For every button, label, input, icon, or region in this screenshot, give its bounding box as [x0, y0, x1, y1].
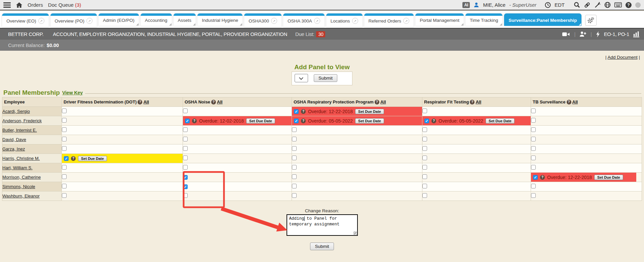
- tab-portal-management[interactable]: Portal Management: [415, 13, 464, 26]
- checkbox-unchecked[interactable]: [62, 108, 67, 113]
- employee-link[interactable]: Acardi, Sergio: [2, 109, 30, 114]
- tab-assets[interactable]: Assets: [174, 13, 196, 26]
- checkbox-unchecked[interactable]: [531, 184, 536, 188]
- checkbox-unchecked[interactable]: [531, 156, 536, 160]
- help-icon[interactable]: ?: [301, 109, 306, 114]
- menu-icon[interactable]: [3, 2, 11, 8]
- video-camera-icon[interactable]: [562, 32, 570, 37]
- set-due-date-button[interactable]: Set Due Date: [246, 118, 275, 124]
- keyboard-icon[interactable]: [614, 2, 622, 7]
- employee-link[interactable]: Washburn, Eleanor: [2, 193, 40, 199]
- home-icon[interactable]: [16, 2, 23, 8]
- tab-overview-eo[interactable]: Overview (EO)↗: [2, 13, 49, 27]
- checkbox-unchecked[interactable]: [422, 137, 427, 141]
- resize-grip-icon[interactable]: [353, 231, 357, 235]
- checkbox-checked[interactable]: ✓: [294, 109, 299, 114]
- checkbox-unchecked[interactable]: [292, 184, 297, 188]
- help-icon[interactable]: ?: [301, 119, 306, 123]
- view-key-link[interactable]: View Key: [62, 90, 83, 95]
- add-panel-submit-button[interactable]: Submit: [314, 74, 337, 82]
- help-icon[interactable]: ?: [431, 119, 436, 123]
- select-all-link[interactable]: All: [143, 99, 149, 104]
- globe-icon[interactable]: [604, 2, 611, 8]
- tab-osha300[interactable]: OSHA300↗: [244, 13, 281, 27]
- bar-chart-icon[interactable]: [633, 31, 639, 37]
- add-document-link[interactable]: Add Document: [607, 55, 637, 60]
- checkbox-unchecked[interactable]: [422, 146, 427, 151]
- help-icon[interactable]: ?: [567, 100, 571, 104]
- checkbox-unchecked[interactable]: [531, 137, 536, 141]
- tab-industrial-hygiene[interactable]: Industrial Hygiene: [197, 13, 242, 26]
- select-all-link[interactable]: All: [380, 99, 386, 104]
- employee-link[interactable]: Hart, William S.: [2, 165, 33, 170]
- employee-link[interactable]: Anderson, Frederick: [2, 118, 42, 123]
- checkbox-unchecked[interactable]: [183, 127, 188, 132]
- set-due-date-button[interactable]: Set Due Date: [594, 175, 623, 180]
- set-due-date-button[interactable]: Set Due Date: [486, 118, 515, 124]
- checkbox-unchecked[interactable]: [531, 127, 536, 132]
- checkbox-unchecked[interactable]: [531, 118, 536, 123]
- checkbox-unchecked[interactable]: [531, 193, 536, 198]
- checkbox-unchecked[interactable]: [422, 174, 427, 179]
- tab-admin-eo-po[interactable]: Admin (EO/PO): [99, 13, 139, 26]
- select-all-link[interactable]: All: [217, 99, 223, 104]
- checkbox-unchecked[interactable]: [422, 165, 427, 170]
- checkbox-unchecked[interactable]: [62, 193, 67, 198]
- tab-overview-po[interactable]: Overview (PO)↗: [50, 13, 97, 27]
- checkbox-checked[interactable]: ✓: [424, 119, 429, 123]
- due-list-count-badge[interactable]: 30: [316, 31, 325, 37]
- checkbox-checked[interactable]: ✓: [183, 175, 188, 180]
- employee-link[interactable]: Butler, Internist E.: [2, 128, 37, 133]
- tab-referred-orders[interactable]: Referred Orders↗: [364, 13, 414, 27]
- tab-locations[interactable]: Locations↗: [326, 13, 363, 27]
- help-icon[interactable]: ?: [626, 2, 632, 8]
- nav-orders[interactable]: Orders: [28, 2, 43, 8]
- checkbox-unchecked[interactable]: [422, 127, 427, 132]
- select-all-link[interactable]: All: [476, 99, 481, 104]
- add-person-icon[interactable]: [579, 31, 586, 37]
- checkbox-unchecked[interactable]: [183, 137, 188, 141]
- ai-badge[interactable]: AI: [462, 2, 470, 8]
- nav-doc-queue[interactable]: Doc Queue (3): [48, 2, 81, 8]
- checkbox-unchecked[interactable]: [292, 146, 297, 151]
- checkbox-checked[interactable]: ✓: [183, 184, 188, 189]
- wand-icon[interactable]: [594, 2, 601, 8]
- select-all-link[interactable]: All: [572, 99, 578, 104]
- checkbox-unchecked[interactable]: [183, 165, 188, 170]
- set-due-date-button[interactable]: Set Due Date: [78, 156, 107, 161]
- checkbox-unchecked[interactable]: [422, 156, 427, 160]
- checkbox-unchecked[interactable]: [422, 193, 427, 198]
- submit-button[interactable]: Submit: [310, 243, 334, 250]
- checkbox-unchecked[interactable]: [292, 156, 297, 160]
- checkbox-checked[interactable]: ✓: [64, 156, 69, 161]
- search-icon[interactable]: [574, 2, 580, 8]
- checkbox-unchecked[interactable]: [183, 146, 188, 151]
- change-reason-textarea[interactable]: Adding to Panel for temporary assignment: [287, 214, 358, 236]
- employee-link[interactable]: Simmons, Nicole: [2, 184, 35, 189]
- help-icon[interactable]: ?: [540, 175, 545, 180]
- checkbox-checked[interactable]: ✓: [185, 119, 190, 123]
- employee-link[interactable]: Garza, Inez: [2, 146, 25, 151]
- checkbox-unchecked[interactable]: [62, 137, 67, 141]
- link-icon[interactable]: [584, 2, 591, 8]
- checkbox-unchecked[interactable]: [292, 193, 297, 198]
- panel-select[interactable]: [295, 74, 308, 82]
- checkbox-unchecked[interactable]: [531, 165, 536, 170]
- tab-surveillance-panel-membership[interactable]: Surveillance:Panel Membership: [504, 13, 581, 26]
- help-icon[interactable]: ?: [192, 119, 197, 123]
- checkbox-unchecked[interactable]: [62, 127, 67, 132]
- help-icon[interactable]: ?: [138, 100, 142, 104]
- checkbox-unchecked[interactable]: [292, 165, 297, 170]
- employee-link[interactable]: Harris, Christine M.: [2, 156, 40, 161]
- checkbox-unchecked[interactable]: [292, 137, 297, 141]
- checkbox-unchecked[interactable]: [292, 127, 297, 132]
- tab-settings-button[interactable]: [585, 15, 597, 26]
- checkbox-unchecked[interactable]: [183, 156, 188, 160]
- checkbox-unchecked[interactable]: [183, 108, 188, 113]
- checkbox-checked[interactable]: ✓: [294, 119, 299, 123]
- clock-icon[interactable]: [545, 2, 551, 8]
- set-due-date-button[interactable]: Set Due Date: [355, 109, 384, 114]
- tab-osha-300a[interactable]: OSHA 300A↗: [283, 13, 325, 27]
- checkbox-unchecked[interactable]: [62, 118, 67, 123]
- user-name[interactable]: MIE, Alice: [483, 2, 505, 8]
